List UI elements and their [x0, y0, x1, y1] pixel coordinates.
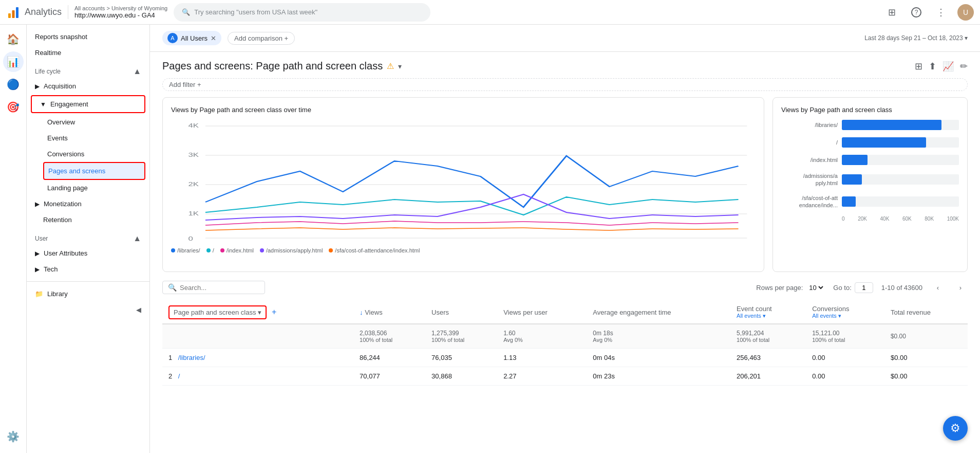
table-search-wrap[interactable]: 🔍	[162, 281, 265, 294]
topbar-right: ⊞ ? ⋮ U	[883, 4, 974, 21]
sidebar-item-reports-snapshot[interactable]: Reports snapshot	[27, 29, 145, 45]
chevron-down-icon: ▼	[40, 101, 46, 108]
bar-row-root: /	[781, 137, 959, 148]
legend-dot-libraries	[171, 248, 175, 252]
sidebar-item-events[interactable]: Events	[43, 130, 145, 146]
th-vpu[interactable]: Views per user	[497, 301, 587, 324]
bar-track-root	[842, 137, 959, 148]
data-table: Page path and screen class ▾ + ↓ Views U…	[162, 301, 968, 386]
property-selector[interactable]: All accounts > University of Wyoming htt…	[68, 5, 167, 19]
next-page-btn[interactable]: ›	[953, 280, 968, 295]
sidebar-item-library[interactable]: 📁 Library	[27, 286, 149, 302]
aet-col-label: Average engagement time	[593, 309, 671, 316]
nav-reports-icon-btn[interactable]: 📊	[3, 51, 24, 72]
bar-fill-admissions	[842, 174, 862, 185]
add-filter-btn[interactable]: Add filter +	[162, 78, 968, 91]
th-revenue[interactable]: Total revenue	[884, 301, 968, 324]
nav-explore-icon-btn[interactable]: 🔵	[3, 74, 24, 95]
trend-icon[interactable]: 📈	[943, 61, 954, 72]
page-title: Pages and screens: Page path and screen …	[162, 60, 968, 72]
logo-area: Analytics	[6, 5, 62, 20]
main-layout: 🏠 📊 🔵 🎯 ⚙️ Reports snapshot Realtime Lif…	[0, 25, 980, 453]
lifecycle-section-header[interactable]: Life cycle ▲	[27, 61, 149, 78]
search-input[interactable]	[194, 8, 422, 16]
row1-page-link[interactable]: /libraries/	[178, 354, 205, 361]
sidebar-item-retention[interactable]: Retention	[27, 212, 145, 228]
table-search-input[interactable]	[180, 284, 259, 292]
summary-users-value: 1,275,399	[431, 330, 491, 337]
apps-icon-btn[interactable]: ⊞	[883, 4, 900, 21]
date-range-selector[interactable]: Last 28 days Sep 21 – Oct 18, 2023 ▾	[864, 34, 968, 42]
go-to-input[interactable]	[855, 282, 873, 293]
sort-down-icon: ↓	[360, 309, 363, 316]
sidebar-engagement-header[interactable]: ▼ Engagement	[31, 95, 145, 113]
sidebar-acquisition-header[interactable]: ▶ Acquisition	[27, 78, 149, 94]
advertising-icon: 🎯	[7, 101, 20, 113]
rows-per-page-select[interactable]: 10 25 50	[807, 283, 825, 292]
sidebar-item-pages-screens[interactable]: Pages and screens	[43, 162, 145, 180]
settings-fab-icon: ⚙	[950, 422, 960, 435]
sidebar-item-landing-page[interactable]: Landing page	[43, 180, 145, 196]
summary-vpu-sub: Avg 0%	[503, 337, 580, 343]
conversions-all-events-dropdown[interactable]: All events ▾	[812, 313, 878, 319]
summary-revenue: $0.00	[884, 324, 968, 349]
summary-revenue-value: $0.00	[891, 333, 962, 340]
bar-label-admissions: /admissions/a pply.html	[781, 172, 838, 187]
all-users-chip[interactable]: A All Users ✕	[162, 31, 221, 45]
add-dimension-icon[interactable]: +	[272, 307, 276, 316]
th-views[interactable]: ↓ Views	[353, 301, 425, 324]
dim-col-header[interactable]: Page path and screen class ▾	[168, 305, 267, 319]
page-title-area: Pages and screens: Page path and screen …	[150, 52, 980, 76]
library-label: Library	[47, 290, 68, 298]
sidebar-item-overview[interactable]: Overview	[43, 114, 145, 130]
avatar[interactable]: U	[957, 4, 974, 21]
legend-label-sfa: /sfa/cost-of-attendance/index.html	[335, 247, 420, 253]
help-icon: ?	[911, 7, 921, 17]
chevron-right-icon: ▶	[35, 83, 40, 90]
svg-text:24: 24	[243, 243, 253, 243]
chevron-right-icon-tech: ▶	[35, 266, 40, 273]
nav-advertising-icon-btn[interactable]: 🎯	[3, 97, 24, 117]
sidebar-item-conversions[interactable]: Conversions	[43, 146, 145, 162]
add-comparison-btn[interactable]: Add comparison +	[228, 32, 295, 45]
share-icon[interactable]: ⬆	[929, 61, 936, 72]
user-section-header[interactable]: User ▲	[27, 228, 149, 245]
sidebar-tech-header[interactable]: ▶ Tech	[27, 261, 149, 277]
sidebar-footer: 📁 Library ◀	[27, 281, 149, 318]
warning-icon: ⚠	[387, 61, 394, 71]
bar-chart-container: /libraries/ / /index.html	[781, 120, 959, 222]
line-chart-title: Views by Page path and screen class over…	[171, 106, 756, 114]
sidebar-collapse-btn[interactable]: ◀	[27, 302, 149, 318]
nav-home-icon-btn[interactable]: 🏠	[3, 29, 24, 49]
edit-icon[interactable]: ✏	[960, 61, 968, 72]
th-aet[interactable]: Average engagement time	[587, 301, 730, 324]
chart-legend: /libraries/ / /index.html /admissions/ap…	[171, 247, 756, 253]
collapse-icon: ◀	[136, 306, 141, 314]
table-area: 🔍 Rows per page: 10 25 50 Go to:	[150, 272, 980, 394]
th-users[interactable]: Users	[425, 301, 497, 324]
bar-axis-60k: 60K	[902, 216, 912, 222]
search-icon: 🔍	[182, 8, 190, 16]
prev-page-btn[interactable]: ‹	[931, 280, 945, 295]
more-options-icon-btn[interactable]: ⋮	[933, 4, 949, 21]
events-all-events-dropdown[interactable]: All events ▾	[737, 313, 800, 319]
help-icon-btn[interactable]: ?	[908, 4, 925, 21]
customize-table-icon[interactable]: ⊞	[915, 61, 922, 72]
sidebar-monetization-header[interactable]: ▶ Monetization	[27, 196, 149, 212]
nav-settings-icon-btn[interactable]: ⚙️	[3, 426, 24, 447]
search-bar[interactable]: 🔍	[174, 3, 430, 22]
bar-axis-80k: 80K	[925, 216, 934, 222]
bar-fill-libraries	[842, 120, 941, 130]
sidebar-user-attributes-header[interactable]: ▶ User Attributes	[27, 245, 149, 261]
row2-page-link[interactable]: /	[178, 372, 180, 380]
row2-views: 70,077	[353, 367, 425, 386]
sidebar-item-realtime[interactable]: Realtime	[27, 45, 145, 61]
row1-views: 86,244	[353, 349, 425, 367]
bar-chart-title: Views by Page path and screen class	[781, 106, 959, 114]
date-range-label: Last 28 days Sep 21 – Oct 18, 2023 ▾	[864, 34, 968, 42]
title-dropdown-icon[interactable]: ▾	[398, 62, 402, 70]
bar-track-admissions	[842, 174, 959, 185]
settings-fab[interactable]: ⚙	[943, 416, 968, 441]
summary-aet-value: 0m 18s	[593, 330, 724, 337]
legend-libraries: /libraries/	[171, 247, 200, 253]
